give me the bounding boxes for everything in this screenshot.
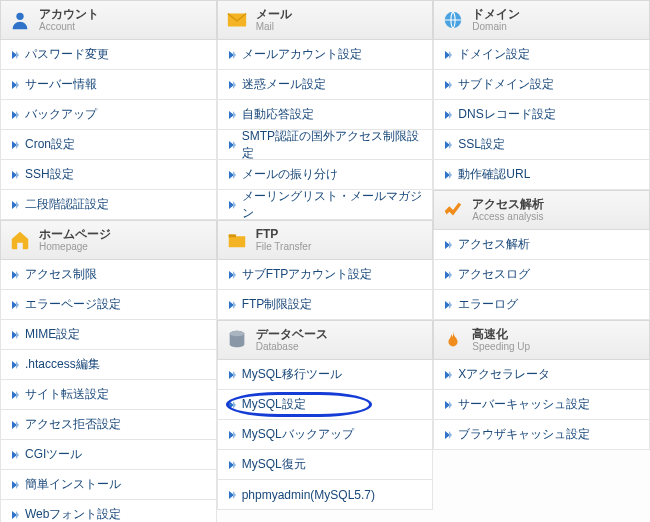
domain-item-0[interactable]: ドメイン設定 [433,40,650,70]
mail-icon [226,9,248,31]
access-item-2[interactable]: エラーログ [433,290,650,320]
homepage-item-4[interactable]: サイト転送設定 [0,380,217,410]
speed-item-1[interactable]: サーバーキャッシュ設定 [433,390,650,420]
arrow-bullet-icon [11,51,19,59]
arrow-bullet-icon [228,171,236,179]
account-item-5-label: 二段階認証設定 [25,196,109,213]
arrow-bullet-icon [11,421,19,429]
database-item-3[interactable]: MySQL復元 [217,450,434,480]
database-item-1[interactable]: MySQL設定 [217,390,434,420]
homepage-item-1-label: エラーページ設定 [25,296,121,313]
arrow-bullet-icon [11,201,19,209]
arrow-bullet-icon [11,111,19,119]
domain-item-4[interactable]: 動作確認URL [433,160,650,190]
access-section-header: アクセス解析Access analysis [433,190,650,230]
domain-item-3-label: SSL設定 [458,136,505,153]
arrow-bullet-icon [228,401,236,409]
arrow-bullet-icon [444,241,452,249]
domain-item-0-label: ドメイン設定 [458,46,530,63]
speed-item-0[interactable]: Xアクセラレータ [433,360,650,390]
arrow-bullet-icon [11,271,19,279]
mail-item-1-label: 迷惑メール設定 [242,76,326,93]
homepage-item-1[interactable]: エラーページ設定 [0,290,217,320]
ftp-title-ja: FTP [256,228,312,241]
mail-title-ja: メール [256,8,292,21]
homepage-item-6-label: CGIツール [25,446,82,463]
speed-item-0-label: Xアクセラレータ [458,366,550,383]
access-item-0-label: アクセス解析 [458,236,530,253]
homepage-item-2[interactable]: MIME設定 [0,320,217,350]
mail-item-2[interactable]: 自動応答設定 [217,100,434,130]
homepage-item-5[interactable]: アクセス拒否設定 [0,410,217,440]
homepage-item-7[interactable]: 簡単インストール [0,470,217,500]
account-item-0[interactable]: パスワード変更 [0,40,217,70]
database-title-ja: データベース [256,328,328,341]
arrow-bullet-icon [444,431,452,439]
mail-item-1[interactable]: 迷惑メール設定 [217,70,434,100]
speed-item-1-label: サーバーキャッシュ設定 [458,396,590,413]
database-item-4[interactable]: phpmyadmin(MySQL5.7) [217,480,434,510]
account-item-1[interactable]: サーバー情報 [0,70,217,100]
database-item-2-label: MySQLバックアップ [242,426,354,443]
mail-item-0[interactable]: メールアカウント設定 [217,40,434,70]
homepage-item-3[interactable]: .htaccess編集 [0,350,217,380]
database-item-4-label: phpmyadmin(MySQL5.7) [242,488,375,502]
arrow-bullet-icon [228,491,236,499]
account-title-ja: アカウント [39,8,99,21]
access-icon [442,199,464,221]
homepage-item-4-label: サイト転送設定 [25,386,109,403]
arrow-bullet-icon [228,271,236,279]
homepage-item-0[interactable]: アクセス制限 [0,260,217,290]
speed-item-2-label: ブラウザキャッシュ設定 [458,426,590,443]
ftp-item-1[interactable]: FTP制限設定 [217,290,434,320]
account-item-4-label: SSH設定 [25,166,74,183]
domain-item-3[interactable]: SSL設定 [433,130,650,160]
homepage-title-en: Homepage [39,241,111,252]
account-item-3-label: Cron設定 [25,136,75,153]
homepage-title-ja: ホームページ [39,228,111,241]
domain-item-4-label: 動作確認URL [458,166,530,183]
arrow-bullet-icon [11,361,19,369]
account-item-1-label: サーバー情報 [25,76,97,93]
arrow-bullet-icon [228,141,236,149]
database-item-2[interactable]: MySQLバックアップ [217,420,434,450]
arrow-bullet-icon [11,301,19,309]
account-item-5[interactable]: 二段階認証設定 [0,190,217,220]
account-item-3[interactable]: Cron設定 [0,130,217,160]
access-title-ja: アクセス解析 [472,198,544,211]
ftp-item-0-label: サブFTPアカウント設定 [242,266,373,283]
account-item-2-label: バックアップ [25,106,97,123]
database-section-header: データベースDatabase [217,320,434,360]
access-item-1-label: アクセスログ [458,266,530,283]
access-item-0[interactable]: アクセス解析 [433,230,650,260]
mail-item-3[interactable]: SMTP認証の国外アクセス制限設定 [217,130,434,160]
homepage-item-3-label: .htaccess編集 [25,356,100,373]
arrow-bullet-icon [444,371,452,379]
ftp-title-en: File Transfer [256,241,312,252]
domain-item-1[interactable]: サブドメイン設定 [433,70,650,100]
database-item-0[interactable]: MySQL移行ツール [217,360,434,390]
speed-item-2[interactable]: ブラウザキャッシュ設定 [433,420,650,450]
access-item-1[interactable]: アクセスログ [433,260,650,290]
arrow-bullet-icon [11,141,19,149]
homepage-section-header: ホームページHomepage [0,220,217,260]
account-item-4[interactable]: SSH設定 [0,160,217,190]
domain-title-ja: ドメイン [472,8,520,21]
mail-item-5-label: メーリングリスト・メールマガジン [242,188,423,222]
arrow-bullet-icon [11,451,19,459]
mail-item-4[interactable]: メールの振り分け [217,160,434,190]
arrow-bullet-icon [11,511,19,519]
homepage-icon [9,229,31,251]
homepage-item-5-label: アクセス拒否設定 [25,416,121,433]
mail-item-4-label: メールの振り分け [242,166,338,183]
arrow-bullet-icon [228,461,236,469]
homepage-item-6[interactable]: CGIツール [0,440,217,470]
ftp-item-0[interactable]: サブFTPアカウント設定 [217,260,434,290]
arrow-bullet-icon [11,81,19,89]
homepage-item-8[interactable]: Webフォント設定 [0,500,217,522]
database-item-0-label: MySQL移行ツール [242,366,342,383]
account-item-2[interactable]: バックアップ [0,100,217,130]
domain-item-2[interactable]: DNSレコード設定 [433,100,650,130]
mail-item-5[interactable]: メーリングリスト・メールマガジン [217,190,434,220]
arrow-bullet-icon [11,171,19,179]
